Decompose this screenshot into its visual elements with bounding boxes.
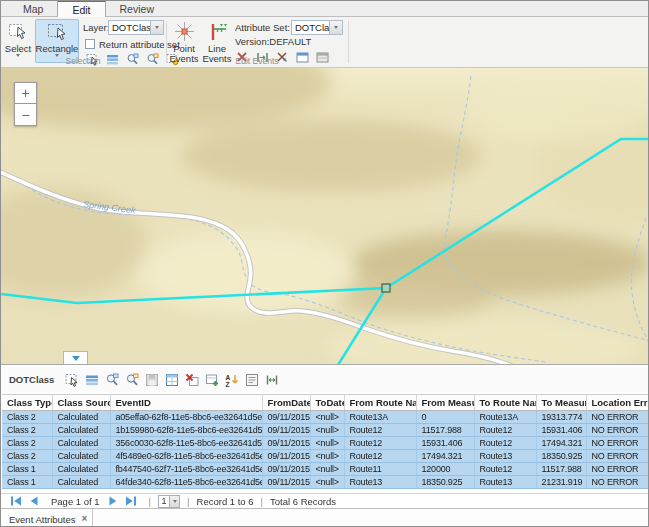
table-row[interactable]: Class 2Calculated1b159980-62f8-11e5-8bc6… xyxy=(2,424,649,437)
first-page-icon[interactable] xyxy=(9,496,23,507)
panel-collapse-tab[interactable] xyxy=(63,351,88,364)
table-cell[interactable]: 15931.406 xyxy=(416,437,474,450)
last-page-icon[interactable] xyxy=(124,496,138,507)
table-cell[interactable]: 1b159980-62f8-11e5-8bc6-ee32641d5ec9 xyxy=(110,424,262,437)
column-header[interactable]: FromDate xyxy=(262,395,310,411)
next-page-icon[interactable] xyxy=(106,496,120,507)
table-cell[interactable]: 15931.406 xyxy=(536,424,586,437)
table-cell[interactable]: <null> xyxy=(310,424,344,437)
table-cell[interactable]: Route12 xyxy=(474,437,536,450)
layer-dropdown-caret-icon[interactable] xyxy=(150,21,163,34)
map-canvas[interactable]: Spring Creek xyxy=(1,68,649,364)
table-cell[interactable]: 11517.988 xyxy=(536,463,586,476)
table-cell[interactable]: Route13 xyxy=(474,450,536,463)
column-header[interactable]: Class Type xyxy=(2,395,52,411)
table-cell[interactable]: NO ERROR xyxy=(586,450,649,463)
column-header[interactable]: From Route Name xyxy=(344,395,416,411)
table-cell[interactable]: Class 1 xyxy=(2,476,52,489)
table-cell[interactable]: 64fde340-62f8-11e5-8bc6-ee32641d5ec9 xyxy=(110,476,262,489)
fit-columns-icon[interactable] xyxy=(264,372,279,387)
table-cell[interactable]: Calculated xyxy=(52,463,110,476)
table-cell[interactable]: NO ERROR xyxy=(586,411,649,424)
table-cell[interactable]: <null> xyxy=(310,437,344,450)
table-cell[interactable]: 21231.919 xyxy=(536,476,586,489)
table-cell[interactable]: Route12 xyxy=(474,463,536,476)
route-junction-vertex[interactable] xyxy=(382,284,390,292)
table-cell[interactable]: Class 2 xyxy=(2,450,52,463)
event-attributes-tab[interactable]: Event Attributes × xyxy=(1,509,93,527)
table-cell[interactable]: Route12 xyxy=(474,424,536,437)
table-cell[interactable]: 17494.321 xyxy=(416,450,474,463)
table-row[interactable]: Class 1Calculatedfb447540-62f7-11e5-8bc6… xyxy=(2,463,649,476)
table-cell[interactable]: 09/11/2015 xyxy=(262,437,310,450)
close-tab-icon[interactable]: × xyxy=(82,514,88,524)
zoom-out-button[interactable]: − xyxy=(14,104,37,126)
table-cell[interactable]: 18350.925 xyxy=(536,450,586,463)
table-cell[interactable]: Route13 xyxy=(474,476,536,489)
page-number-dropdown[interactable]: 1 xyxy=(158,495,180,508)
table-cell[interactable]: 09/11/2015 xyxy=(262,424,310,437)
select-records-icon[interactable] xyxy=(64,372,79,387)
previous-page-icon[interactable] xyxy=(27,496,41,507)
table-cell[interactable]: Class 2 xyxy=(2,424,52,437)
add-record-icon[interactable] xyxy=(204,372,219,387)
table-cell[interactable]: 18350.925 xyxy=(416,476,474,489)
table-cell[interactable]: 120000 xyxy=(416,463,474,476)
table-cell[interactable]: 19313.774 xyxy=(536,411,586,424)
column-header[interactable]: EventID xyxy=(110,395,262,411)
zoom-in-button[interactable]: + xyxy=(14,82,37,104)
table-cell[interactable]: NO ERROR xyxy=(586,476,649,489)
table-cell[interactable]: 17494.321 xyxy=(536,437,586,450)
table-cell[interactable]: 4f5489e0-62f8-11e5-8bc6-ee32641d5ec9 xyxy=(110,450,262,463)
open-form-icon[interactable] xyxy=(244,372,259,387)
delete-record-icon[interactable] xyxy=(184,372,199,387)
table-cell[interactable]: <null> xyxy=(310,411,344,424)
table-cell[interactable]: Class 2 xyxy=(2,411,52,424)
pan-to-selected-icon[interactable] xyxy=(124,372,139,387)
table-cell[interactable]: a05effa0-62f8-11e5-8bc6-ee32641d5ec9 xyxy=(110,411,262,424)
table-cell[interactable]: <null> xyxy=(310,476,344,489)
table-cell[interactable]: Route11 xyxy=(344,463,416,476)
tab-review[interactable]: Review xyxy=(106,1,168,16)
table-cell[interactable]: Class 1 xyxy=(2,463,52,476)
attribute-set-dropdown-caret-icon[interactable] xyxy=(329,21,342,34)
table-cell[interactable]: Route12 xyxy=(344,424,416,437)
table-cell[interactable]: Class 2 xyxy=(2,437,52,450)
sort-records-icon[interactable]: AZ xyxy=(224,372,239,387)
table-cell[interactable]: fb447540-62f7-11e5-8bc6-ee32641d5ec9 xyxy=(110,463,262,476)
table-cell[interactable]: Route12 xyxy=(344,437,416,450)
table-cell[interactable]: Calculated xyxy=(52,476,110,489)
table-cell[interactable]: Route13 xyxy=(344,476,416,489)
column-header[interactable]: To Route Name xyxy=(474,395,536,411)
table-cell[interactable]: Route12 xyxy=(344,450,416,463)
column-header[interactable]: ToDate xyxy=(310,395,344,411)
column-header[interactable]: From Measure xyxy=(416,395,474,411)
layer-dropdown[interactable]: DOTClass xyxy=(108,20,164,35)
table-cell[interactable]: Calculated xyxy=(52,450,110,463)
table-cell[interactable]: 356c0030-62f8-11e5-8bc6-ee32641d5ec9 xyxy=(110,437,262,450)
table-cell[interactable]: Calculated xyxy=(52,437,110,450)
table-cell[interactable]: 09/11/2015 xyxy=(262,411,310,424)
column-header[interactable]: To Measure xyxy=(536,395,586,411)
page-number-caret-icon[interactable] xyxy=(169,496,179,507)
table-cell[interactable]: <null> xyxy=(310,463,344,476)
table-cell[interactable]: 11517.988 xyxy=(416,424,474,437)
tab-edit[interactable]: Edit xyxy=(57,1,105,17)
table-cell[interactable]: NO ERROR xyxy=(586,424,649,437)
show-selected-rows-icon[interactable] xyxy=(84,372,99,387)
save-edits-icon[interactable] xyxy=(144,372,159,387)
zoom-to-selected-icon[interactable] xyxy=(104,372,119,387)
table-cell[interactable]: NO ERROR xyxy=(586,437,649,450)
table-row[interactable]: Class 2Calculated4f5489e0-62f8-11e5-8bc6… xyxy=(2,450,649,463)
column-header[interactable]: Class Source xyxy=(52,395,110,411)
table-cell[interactable]: Route13A xyxy=(474,411,536,424)
attribute-set-dropdown[interactable]: DOTClass xyxy=(291,20,343,35)
return-attribute-set-checkbox[interactable] xyxy=(85,39,95,49)
table-row[interactable]: Class 2Calculated356c0030-62f8-11e5-8bc6… xyxy=(2,437,649,450)
table-cell[interactable]: NO ERROR xyxy=(586,463,649,476)
table-cell[interactable]: 0 xyxy=(416,411,474,424)
tab-map[interactable]: Map xyxy=(9,1,57,16)
map-view[interactable]: Spring Creek + − xyxy=(1,68,649,364)
switch-table-icon[interactable] xyxy=(164,372,179,387)
column-header[interactable]: Location Error xyxy=(586,395,649,411)
